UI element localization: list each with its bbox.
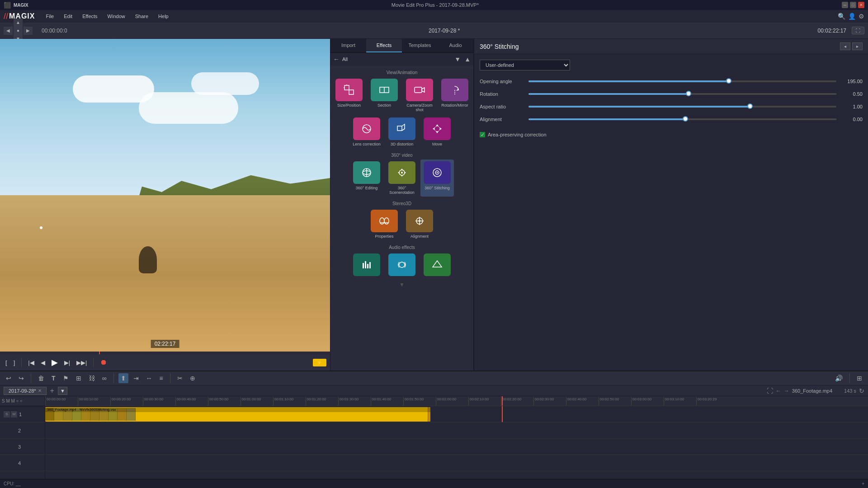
- nav-up-button[interactable]: ▲: [14, 19, 23, 27]
- fullscreen-button[interactable]: ⛶: [852, 27, 864, 34]
- effect-size-position[interactable]: Size/Position: [332, 77, 366, 114]
- effects-dropdown-button[interactable]: ▼: [453, 55, 462, 64]
- rotation-mirror-icon: [441, 79, 468, 101]
- rotation-thumb[interactable]: [686, 91, 691, 96]
- menu-share[interactable]: Share: [131, 12, 153, 20]
- rp-prev-button[interactable]: ◂: [840, 42, 850, 50]
- effect-properties[interactable]: Properties: [368, 208, 401, 240]
- tool-sep-1: [31, 373, 31, 383]
- next-button[interactable]: ▶|: [62, 358, 72, 367]
- last-button[interactable]: ▶▶|: [75, 358, 89, 367]
- preset-select[interactable]: User-defined Default Custom: [480, 60, 570, 70]
- split-button[interactable]: ✂: [175, 373, 185, 383]
- tab-templates[interactable]: Templates: [402, 39, 438, 52]
- rp-next-button[interactable]: ▸: [852, 42, 863, 50]
- nav-forward-button[interactable]: ←: [776, 388, 781, 394]
- mark-out-button[interactable]: ]: [12, 358, 17, 367]
- link-button[interactable]: ⛓: [86, 373, 97, 383]
- effect-rotation-mirror[interactable]: Rotation/Mirror: [438, 77, 472, 114]
- refresh-button[interactable]: ↻: [859, 387, 864, 394]
- minimize-button[interactable]: ─: [842, 2, 848, 8]
- delete-button[interactable]: 🗑: [36, 373, 47, 383]
- rotation-fill: [528, 93, 689, 95]
- export-button[interactable]: ⚡: [313, 359, 326, 366]
- area-preserving-checkbox[interactable]: ✓: [480, 132, 485, 137]
- track-mute-1[interactable]: M: [11, 411, 17, 418]
- undo-button[interactable]: ↩: [4, 373, 14, 383]
- resize-clip-button[interactable]: ↔: [144, 373, 155, 383]
- menu-edit[interactable]: Edit: [59, 12, 77, 20]
- menu-file[interactable]: File: [41, 12, 58, 20]
- nav-breadcrumb-forward[interactable]: →: [784, 388, 789, 394]
- close-button[interactable]: ✕: [858, 2, 864, 8]
- effect-3d-distortion[interactable]: 3D distortion: [385, 116, 419, 148]
- maximize-button[interactable]: □: [850, 2, 856, 8]
- timeline-tab-close[interactable]: ✕: [38, 388, 42, 393]
- svg-rect-30: [365, 261, 366, 268]
- effect-360-editing[interactable]: 360° Editing: [350, 160, 383, 197]
- settings-tl-button[interactable]: ≡: [157, 373, 165, 383]
- aspect-ratio-thumb[interactable]: [747, 103, 753, 109]
- svg-marker-10: [435, 124, 439, 127]
- record-button[interactable]: ⏺: [98, 357, 109, 367]
- effect-section[interactable]: Section: [368, 77, 401, 114]
- group-button[interactable]: ⊞: [74, 373, 84, 383]
- preview-scrubber[interactable]: [0, 352, 330, 354]
- mark-in-button[interactable]: [: [4, 358, 9, 367]
- redo-button[interactable]: ↪: [16, 373, 26, 383]
- effect-360-scenerotation[interactable]: 360° Scenerotation: [385, 160, 419, 197]
- nav-center-button[interactable]: ●: [14, 27, 23, 35]
- aspect-ratio-slider[interactable]: [528, 106, 836, 108]
- effect-360-stitching[interactable]: 360° Stitching: [420, 160, 454, 197]
- effect-audio-2[interactable]: [385, 252, 419, 280]
- ruler-mark-5: 00:00:50:00: [208, 396, 228, 406]
- alignment-thumb[interactable]: [683, 116, 688, 122]
- effect-audio-3[interactable]: [420, 252, 454, 280]
- menu-effects[interactable]: Effects: [78, 12, 102, 20]
- play-button[interactable]: ▶: [50, 357, 60, 368]
- snap-button[interactable]: ⇥: [131, 373, 141, 383]
- menu-help[interactable]: Help: [154, 12, 173, 20]
- track-row-1: 360_Footage.mp4 - MxVfx360Stitching.vsx: [45, 406, 868, 422]
- add-track-button[interactable]: +: [862, 481, 864, 486]
- nav-back-button[interactable]: ⛶: [767, 387, 773, 394]
- timeline-add-tab[interactable]: +: [48, 387, 56, 395]
- alignment-slider[interactable]: [528, 118, 836, 120]
- cursor-button[interactable]: ⬆: [118, 373, 128, 383]
- track-label-4: 4: [0, 455, 45, 471]
- tool-sep-2: [113, 373, 114, 383]
- volume-button[interactable]: 🔊: [833, 373, 845, 383]
- menu-window[interactable]: Window: [103, 12, 130, 20]
- opening-angle-slider[interactable]: [528, 80, 836, 82]
- tab-audio[interactable]: Audio: [438, 39, 473, 52]
- tab-import[interactable]: Import: [330, 39, 366, 52]
- effect-lens-correction[interactable]: Lens correction: [350, 116, 383, 148]
- effects-back-button[interactable]: ←: [332, 55, 340, 64]
- nav-left-button[interactable]: ◀: [4, 27, 13, 35]
- rotation-slider[interactable]: [528, 93, 836, 95]
- nav-right-button[interactable]: ▶: [24, 27, 33, 35]
- account-icon[interactable]: 👤: [848, 13, 856, 20]
- settings-icon[interactable]: ⚙: [859, 13, 864, 20]
- add-clip-button[interactable]: ⊕: [188, 373, 198, 383]
- effect-move[interactable]: Move: [420, 116, 454, 148]
- view-grid-button[interactable]: ⊞: [854, 373, 864, 383]
- tab-effects[interactable]: Effects: [366, 39, 402, 52]
- breadcrumb-path: 360_Footage.mp4: [792, 388, 832, 394]
- prev-button[interactable]: ◀: [39, 358, 47, 367]
- effects-scroll-up[interactable]: ▲: [463, 55, 472, 64]
- marker-button[interactable]: ⚑: [61, 373, 71, 383]
- magic-cut-button[interactable]: ∞: [100, 373, 109, 383]
- effect-camera-zoom[interactable]: Camera/Zoom shot: [403, 77, 436, 114]
- timeline-tab-dropdown[interactable]: ▼: [58, 387, 67, 395]
- effect-alignment[interactable]: Alignment: [403, 208, 436, 240]
- timeline-tab-1[interactable]: 2017-09-28* ✕: [4, 387, 47, 395]
- track-clip-1[interactable]: 360_Footage.mp4 - MxVfx360Stitching.vsx: [45, 407, 430, 422]
- title-button[interactable]: T: [49, 373, 58, 383]
- track-solo-1[interactable]: S: [4, 411, 10, 418]
- effect-equalizer[interactable]: [350, 252, 383, 280]
- search-icon[interactable]: 🔍: [838, 13, 845, 20]
- section-audio-effects: Audio effects: [332, 242, 472, 252]
- prev-mark-button[interactable]: |◀: [26, 358, 36, 367]
- opening-angle-thumb[interactable]: [726, 78, 731, 84]
